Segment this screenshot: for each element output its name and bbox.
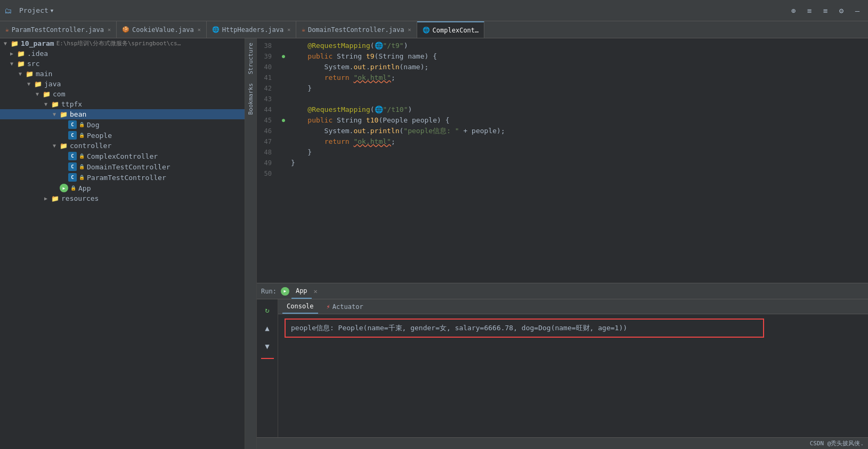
root-folder-icon: 📁 bbox=[11, 40, 19, 47]
console-container: Console ⚡ Actuator people信息: People(name… bbox=[278, 299, 868, 437]
project-dropdown[interactable]: Project ▼ bbox=[16, 5, 56, 15]
actuator-tab[interactable]: ⚡ Actuator bbox=[322, 299, 368, 314]
tab-domain-label: DomainTestController.java bbox=[308, 26, 404, 34]
navigate-back-icon[interactable]: ⊕ bbox=[787, 4, 800, 17]
tab-http[interactable]: 🌐 HttpHeaders.java ✕ bbox=[207, 21, 297, 38]
tab-domain-icon: ☕ bbox=[302, 26, 305, 33]
top-bar: 🗂 Project ▼ ⊕ ≡ ≡ ⚙ — bbox=[0, 0, 868, 21]
stop-indicator bbox=[261, 358, 274, 359]
bean-arrow: ▼ bbox=[51, 111, 58, 117]
line-num-42: 42 bbox=[257, 83, 278, 94]
tab-complex-icon: 🌐 bbox=[423, 27, 430, 34]
code-line-40: 40 System.out.println(name); bbox=[257, 62, 868, 72]
tree-domain-controller[interactable]: C 🔒 DomainTestController bbox=[0, 161, 245, 172]
collapse-icon[interactable]: ≡ bbox=[819, 4, 832, 17]
tab-http-close[interactable]: ✕ bbox=[287, 27, 290, 32]
line-num-50: 50 bbox=[257, 168, 278, 179]
idea-folder-icon: 📁 bbox=[17, 50, 25, 58]
structure-icon[interactable]: ≡ bbox=[803, 4, 816, 17]
code-line-47: 47 return "ok.html"; bbox=[257, 136, 868, 147]
com-label: com bbox=[53, 90, 65, 98]
tree-complex-controller[interactable]: C 🔒 ComplexController bbox=[0, 151, 245, 161]
line-content-47: return "ok.html"; bbox=[289, 136, 868, 147]
root-path: E:\hsp培训\分布式微服务\springboot\cs… bbox=[56, 39, 181, 47]
file-tree: ▼ 📁 10_param E:\hsp培训\分布式微服务\springboot\… bbox=[0, 38, 245, 449]
code-editor[interactable]: 38 @RequestMapping(🌐"/t9") 39 ● public S… bbox=[257, 38, 868, 283]
tab-domain[interactable]: ☕ DomainTestController.java ✕ bbox=[296, 21, 417, 38]
people-class-icon: C bbox=[68, 131, 77, 140]
structure-tab[interactable]: Structure bbox=[246, 38, 255, 79]
tab-complex[interactable]: 🌐 ComplexCont… bbox=[417, 21, 485, 38]
line-num-38: 38 bbox=[257, 40, 278, 51]
settings-icon[interactable]: ⚙ bbox=[835, 4, 848, 17]
console-tab-label: Console bbox=[287, 303, 314, 310]
tree-app[interactable]: ▶ 🔒 App bbox=[0, 183, 245, 193]
controller-folder-icon: 📁 bbox=[60, 142, 68, 150]
tree-root[interactable]: ▼ 📁 10_param E:\hsp培训\分布式微服务\springboot\… bbox=[0, 38, 245, 48]
tree-people[interactable]: C 🔒 People bbox=[0, 130, 245, 141]
tree-idea[interactable]: ▶ 📁 .idea bbox=[0, 48, 245, 59]
dog-class-icon: C bbox=[68, 120, 77, 129]
main-arrow: ▼ bbox=[17, 71, 23, 77]
tab-complex-label: ComplexCont… bbox=[433, 27, 479, 34]
scroll-down-icon[interactable]: ▼ bbox=[260, 339, 275, 354]
line-num-47: 47 bbox=[257, 136, 278, 147]
left-vert-tabs: Structure Bookmarks bbox=[245, 38, 257, 449]
bottom-app-run-icon: ▶ bbox=[281, 287, 289, 296]
tab-param-close[interactable]: ✕ bbox=[108, 27, 111, 32]
code-line-49: 49 } bbox=[257, 158, 868, 168]
sidebar: ▼ 📁 10_param E:\hsp培训\分布式微服务\springboot\… bbox=[0, 38, 245, 449]
resources-folder-icon: 📁 bbox=[51, 195, 59, 202]
bottom-close-icon[interactable]: ✕ bbox=[314, 288, 318, 295]
tree-com[interactable]: ▼ 📁 com bbox=[0, 89, 245, 99]
bottom-tab-bar: Run: ▶ App ✕ bbox=[257, 283, 868, 299]
scroll-up-icon[interactable]: ▲ bbox=[260, 321, 275, 336]
root-label: 10_param bbox=[21, 39, 54, 47]
line-num-46: 46 bbox=[257, 126, 278, 136]
gutter-45: ● bbox=[278, 115, 289, 126]
line-num-39: 39 bbox=[257, 51, 278, 62]
line-content-46: System.out.println("people信息: " + people… bbox=[289, 126, 868, 136]
src-label: src bbox=[27, 60, 39, 68]
tree-bean[interactable]: ▼ 📁 bean bbox=[0, 109, 245, 119]
tab-cookie[interactable]: 🍪 CookieValue.java ✕ bbox=[117, 21, 207, 38]
line-content-44: @RequestMapping(🌐"/t10") bbox=[289, 104, 868, 115]
tree-java[interactable]: ▼ 📁 java bbox=[0, 79, 245, 89]
tree-controller[interactable]: ▼ 📁 controller bbox=[0, 141, 245, 151]
tree-resources[interactable]: ▶ 📁 resources bbox=[0, 193, 245, 203]
bookmarks-tab[interactable]: Bookmarks bbox=[246, 79, 255, 119]
console-subtabs: Console ⚡ Actuator bbox=[278, 299, 868, 314]
tree-src[interactable]: ▼ 📁 src bbox=[0, 59, 245, 69]
tree-ttpfx[interactable]: ▼ 📁 ttpfx bbox=[0, 99, 245, 109]
run-label: Run: bbox=[261, 288, 277, 295]
complex-controller-label: ComplexController bbox=[87, 152, 158, 160]
tab-domain-close[interactable]: ✕ bbox=[408, 27, 411, 32]
code-line-39: 39 ● public String t9(String name) { bbox=[257, 51, 868, 62]
tab-cookie-close[interactable]: ✕ bbox=[198, 27, 201, 32]
actuator-icon: ⚡ bbox=[327, 303, 330, 311]
tab-param[interactable]: ☕ ParamTestController.java ✕ bbox=[0, 21, 117, 38]
tab-http-icon: 🌐 bbox=[212, 26, 220, 33]
code-line-43: 43 bbox=[257, 94, 868, 104]
bottom-tab-app[interactable]: App bbox=[291, 283, 312, 299]
minimize-icon[interactable]: — bbox=[851, 4, 864, 17]
code-line-48: 48 } bbox=[257, 147, 868, 158]
param-controller-label: ParamTestController bbox=[87, 174, 166, 182]
console-output: people信息: People(name=千束, gender=女, sala… bbox=[285, 319, 764, 338]
restart-icon[interactable]: ↻ bbox=[260, 303, 275, 317]
tree-main[interactable]: ▼ 📁 main bbox=[0, 69, 245, 79]
line-content-48: } bbox=[289, 147, 868, 158]
console-area: people信息: People(name=千束, gender=女, sala… bbox=[278, 314, 868, 437]
param-class-icon: C bbox=[68, 173, 77, 182]
top-icons: ⊕ ≡ ≡ ⚙ — bbox=[787, 4, 864, 17]
ttpfx-folder-icon: 📁 bbox=[51, 101, 59, 108]
console-tab[interactable]: Console bbox=[282, 299, 318, 314]
tab-http-label: HttpHeaders.java bbox=[222, 26, 284, 34]
dog-lock-icon: 🔒 bbox=[79, 122, 85, 127]
tree-dog[interactable]: C 🔒 Dog bbox=[0, 119, 245, 130]
code-line-42: 42 } bbox=[257, 83, 868, 94]
java-folder-icon: 📁 bbox=[34, 80, 42, 88]
tab-java-icon: ☕ bbox=[5, 26, 9, 33]
tree-param-controller[interactable]: C 🔒 ParamTestController bbox=[0, 172, 245, 183]
project-dropdown-arrow: ▼ bbox=[51, 8, 53, 13]
